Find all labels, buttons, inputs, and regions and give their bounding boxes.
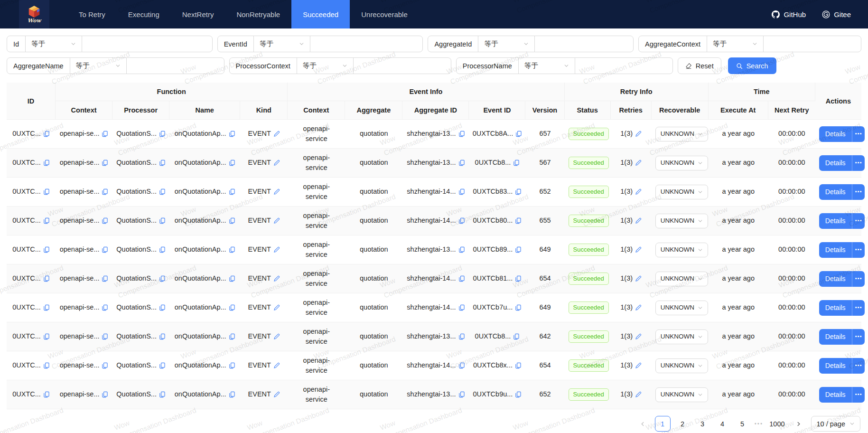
pagination-ellipsis[interactable]: ••• [755, 421, 764, 427]
copy-icon[interactable] [458, 217, 465, 224]
details-button[interactable]: Details [819, 300, 852, 316]
filter-operator-select[interactable]: 等于 [518, 57, 575, 74]
copy-icon[interactable] [515, 188, 522, 195]
app-logo[interactable]: Wow [19, 0, 49, 28]
reset-button[interactable]: Reset [678, 57, 721, 74]
copy-icon[interactable] [159, 188, 166, 195]
details-button[interactable]: Details [819, 126, 852, 142]
copy-icon[interactable] [159, 160, 166, 166]
copy-icon[interactable] [229, 275, 235, 282]
recoverable-select[interactable]: UNKNOWN [655, 358, 708, 373]
copy-icon[interactable] [458, 246, 465, 253]
edit-icon[interactable] [273, 333, 280, 340]
edit-icon[interactable] [635, 304, 642, 311]
copy-icon[interactable] [102, 160, 108, 166]
copy-icon[interactable] [159, 246, 166, 253]
edit-icon[interactable] [635, 246, 642, 253]
filter-operator-select[interactable]: 等于 [70, 57, 127, 74]
ellipsis-icon[interactable]: ⋯ [852, 213, 865, 229]
copy-icon[interactable] [159, 275, 166, 282]
recoverable-select[interactable]: UNKNOWN [655, 156, 708, 170]
ellipsis-icon[interactable]: ⋯ [852, 300, 865, 316]
search-button[interactable]: Search [728, 57, 776, 74]
pagination-page-2[interactable]: 2 [675, 416, 691, 432]
ellipsis-icon[interactable]: ⋯ [852, 387, 865, 403]
copy-icon[interactable] [102, 246, 108, 253]
copy-icon[interactable] [515, 131, 522, 137]
edit-icon[interactable] [635, 362, 642, 369]
edit-icon[interactable] [635, 188, 642, 195]
recoverable-select[interactable]: UNKNOWN [655, 127, 708, 141]
edit-icon[interactable] [273, 246, 280, 253]
copy-icon[interactable] [43, 333, 50, 340]
recoverable-select[interactable]: UNKNOWN [655, 272, 708, 286]
copy-icon[interactable] [229, 160, 235, 166]
edit-icon[interactable] [273, 217, 280, 224]
copy-icon[interactable] [515, 217, 522, 224]
copy-icon[interactable] [229, 188, 235, 195]
pagination-prev-button[interactable] [635, 416, 651, 432]
pagination-next-button[interactable] [791, 416, 807, 432]
github-link[interactable]: GitHub [772, 10, 806, 19]
copy-icon[interactable] [458, 362, 465, 369]
filter-value-input[interactable] [534, 36, 634, 52]
copy-icon[interactable] [102, 217, 108, 224]
edit-icon[interactable] [273, 160, 280, 166]
copy-icon[interactable] [515, 275, 522, 282]
details-button[interactable]: Details [819, 358, 852, 374]
copy-icon[interactable] [229, 131, 235, 137]
ellipsis-icon[interactable]: ⋯ [852, 242, 865, 258]
edit-icon[interactable] [635, 275, 642, 282]
filter-operator-select[interactable]: 等于 [297, 57, 354, 74]
details-button[interactable]: Details [819, 155, 852, 171]
gitee-link[interactable]: Gitee [822, 10, 851, 19]
copy-icon[interactable] [513, 333, 520, 340]
details-button[interactable]: Details [819, 242, 852, 258]
details-button[interactable]: Details [819, 271, 852, 287]
copy-icon[interactable] [102, 391, 108, 398]
copy-icon[interactable] [229, 391, 235, 398]
edit-icon[interactable] [273, 188, 280, 195]
ellipsis-icon[interactable]: ⋯ [852, 358, 865, 374]
nav-item-executing[interactable]: Executing [117, 0, 171, 28]
edit-icon[interactable] [635, 160, 642, 166]
copy-icon[interactable] [43, 362, 50, 369]
pagination-page-4[interactable]: 4 [715, 416, 730, 432]
edit-icon[interactable] [635, 333, 642, 340]
copy-icon[interactable] [458, 333, 465, 340]
ellipsis-icon[interactable]: ⋯ [852, 184, 865, 200]
recoverable-select[interactable]: UNKNOWN [655, 387, 708, 402]
ellipsis-icon[interactable]: ⋯ [852, 126, 865, 142]
copy-icon[interactable] [102, 304, 108, 311]
copy-icon[interactable] [513, 160, 520, 166]
copy-icon[interactable] [43, 188, 50, 195]
pagination-page-1[interactable]: 1 [655, 416, 671, 432]
edit-icon[interactable] [635, 217, 642, 224]
copy-icon[interactable] [43, 217, 50, 224]
ellipsis-icon[interactable]: ⋯ [852, 155, 865, 171]
copy-icon[interactable] [159, 304, 166, 311]
copy-icon[interactable] [159, 217, 166, 224]
filter-value-input[interactable] [126, 57, 224, 74]
nav-item-unrecoverable[interactable]: Unrecoverable [350, 0, 419, 28]
copy-icon[interactable] [159, 391, 166, 398]
copy-icon[interactable] [102, 131, 108, 137]
pagination-page-3[interactable]: 3 [695, 416, 710, 432]
filter-operator-select[interactable]: 等于 [707, 36, 764, 52]
edit-icon[interactable] [635, 391, 642, 398]
copy-icon[interactable] [43, 391, 50, 398]
copy-icon[interactable] [229, 362, 235, 369]
details-button[interactable]: Details [819, 329, 852, 345]
copy-icon[interactable] [43, 246, 50, 253]
nav-item-nextretry[interactable]: NextRetry [171, 0, 225, 28]
copy-icon[interactable] [515, 246, 522, 253]
copy-icon[interactable] [515, 304, 522, 311]
page-size-select[interactable]: 10 / page [811, 416, 860, 432]
copy-icon[interactable] [159, 131, 166, 137]
copy-icon[interactable] [458, 391, 465, 398]
copy-icon[interactable] [43, 131, 50, 137]
recoverable-select[interactable]: UNKNOWN [655, 329, 708, 344]
filter-operator-select[interactable]: 等于 [253, 36, 310, 52]
copy-icon[interactable] [102, 275, 108, 282]
nav-item-succeeded[interactable]: Succeeded [291, 0, 350, 28]
